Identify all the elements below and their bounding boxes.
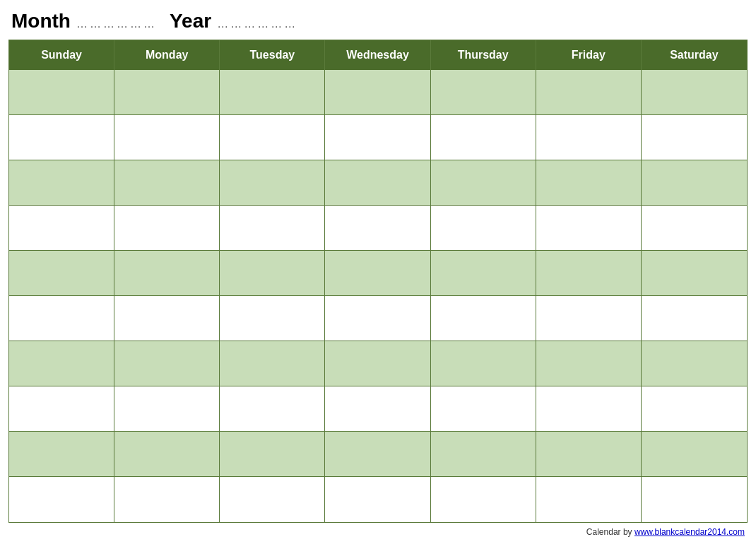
header-wednesday: Wednesday bbox=[325, 40, 430, 70]
footer-link[interactable]: www.blankcalendar2014.com bbox=[634, 527, 745, 537]
week4-saturday[interactable] bbox=[642, 206, 747, 251]
week4-thursday[interactable] bbox=[431, 206, 536, 251]
week9-sunday[interactable] bbox=[9, 432, 114, 477]
calendar-grid: Sunday Monday Tuesday Wednesday Thursday… bbox=[8, 40, 748, 523]
week8-wednesday[interactable] bbox=[325, 386, 430, 432]
month-dots: ……………… bbox=[76, 18, 157, 30]
week4-sunday[interactable] bbox=[9, 206, 114, 251]
week10-wednesday[interactable] bbox=[325, 477, 430, 522]
week10-tuesday[interactable] bbox=[220, 477, 325, 522]
week8-saturday[interactable] bbox=[642, 386, 747, 432]
week7-monday[interactable] bbox=[114, 341, 220, 386]
week7-wednesday[interactable] bbox=[325, 341, 430, 386]
week10-saturday[interactable] bbox=[642, 477, 747, 522]
week2-monday[interactable] bbox=[114, 115, 220, 160]
week-row-7 bbox=[9, 341, 747, 386]
week5-monday[interactable] bbox=[114, 251, 220, 296]
week2-tuesday[interactable] bbox=[220, 115, 325, 160]
week9-saturday[interactable] bbox=[642, 432, 747, 477]
week-row-10 bbox=[9, 477, 747, 522]
week1-monday[interactable] bbox=[114, 70, 220, 115]
week7-friday[interactable] bbox=[536, 341, 642, 386]
week6-thursday[interactable] bbox=[431, 296, 536, 341]
week-row-9 bbox=[9, 432, 747, 477]
week10-sunday[interactable] bbox=[9, 477, 114, 522]
week2-saturday[interactable] bbox=[642, 115, 747, 160]
header-saturday: Saturday bbox=[642, 40, 747, 70]
week-row-4 bbox=[9, 206, 747, 251]
week10-friday[interactable] bbox=[536, 477, 642, 522]
week1-saturday[interactable] bbox=[642, 70, 747, 115]
week7-thursday[interactable] bbox=[431, 341, 536, 386]
week6-wednesday[interactable] bbox=[325, 296, 430, 341]
week3-monday[interactable] bbox=[114, 160, 220, 206]
week8-sunday[interactable] bbox=[9, 386, 114, 432]
week8-tuesday[interactable] bbox=[220, 386, 325, 432]
week4-monday[interactable] bbox=[114, 206, 220, 251]
week4-tuesday[interactable] bbox=[220, 206, 325, 251]
week3-thursday[interactable] bbox=[431, 160, 536, 206]
week1-friday[interactable] bbox=[536, 70, 642, 115]
week6-monday[interactable] bbox=[114, 296, 220, 341]
week5-saturday[interactable] bbox=[642, 251, 747, 296]
week-row-8 bbox=[9, 386, 747, 432]
week-row-1 bbox=[9, 70, 747, 115]
week1-wednesday[interactable] bbox=[325, 70, 430, 115]
week9-thursday[interactable] bbox=[431, 432, 536, 477]
calendar-weeks bbox=[9, 70, 747, 522]
week1-sunday[interactable] bbox=[9, 70, 114, 115]
week9-friday[interactable] bbox=[536, 432, 642, 477]
week7-tuesday[interactable] bbox=[220, 341, 325, 386]
week-row-6 bbox=[9, 296, 747, 341]
week2-friday[interactable] bbox=[536, 115, 642, 160]
week5-tuesday[interactable] bbox=[220, 251, 325, 296]
week4-wednesday[interactable] bbox=[325, 206, 430, 251]
calendar-page: Month ……………… Year ……………… Sunday Monday T… bbox=[0, 0, 756, 544]
calendar-header: Month ……………… Year ……………… bbox=[8, 10, 748, 32]
week-row-2 bbox=[9, 115, 747, 160]
week3-friday[interactable] bbox=[536, 160, 642, 206]
week4-friday[interactable] bbox=[536, 206, 642, 251]
week2-thursday[interactable] bbox=[431, 115, 536, 160]
week6-tuesday[interactable] bbox=[220, 296, 325, 341]
week6-saturday[interactable] bbox=[642, 296, 747, 341]
day-headers-row: Sunday Monday Tuesday Wednesday Thursday… bbox=[9, 40, 747, 70]
week8-monday[interactable] bbox=[114, 386, 220, 432]
week9-monday[interactable] bbox=[114, 432, 220, 477]
week5-wednesday[interactable] bbox=[325, 251, 430, 296]
header-monday: Monday bbox=[114, 40, 220, 70]
footer-prefix: Calendar by bbox=[586, 527, 634, 537]
header-friday: Friday bbox=[536, 40, 642, 70]
week9-tuesday[interactable] bbox=[220, 432, 325, 477]
week6-sunday[interactable] bbox=[9, 296, 114, 341]
week7-saturday[interactable] bbox=[642, 341, 747, 386]
month-label: Month bbox=[11, 10, 71, 32]
year-dots: ……………… bbox=[217, 18, 297, 30]
week10-monday[interactable] bbox=[114, 477, 220, 522]
week8-friday[interactable] bbox=[536, 386, 642, 432]
week-row-5 bbox=[9, 251, 747, 296]
week7-sunday[interactable] bbox=[9, 341, 114, 386]
week1-tuesday[interactable] bbox=[220, 70, 325, 115]
week2-sunday[interactable] bbox=[9, 115, 114, 160]
week6-friday[interactable] bbox=[536, 296, 642, 341]
week5-sunday[interactable] bbox=[9, 251, 114, 296]
week3-saturday[interactable] bbox=[642, 160, 747, 206]
header-tuesday: Tuesday bbox=[220, 40, 325, 70]
week5-friday[interactable] bbox=[536, 251, 642, 296]
footer: Calendar by www.blankcalendar2014.com bbox=[8, 523, 748, 537]
week5-thursday[interactable] bbox=[431, 251, 536, 296]
week3-sunday[interactable] bbox=[9, 160, 114, 206]
week10-thursday[interactable] bbox=[431, 477, 536, 522]
week3-wednesday[interactable] bbox=[325, 160, 430, 206]
year-label: Year bbox=[170, 10, 211, 32]
week3-tuesday[interactable] bbox=[220, 160, 325, 206]
header-thursday: Thursday bbox=[431, 40, 536, 70]
week2-wednesday[interactable] bbox=[325, 115, 430, 160]
week9-wednesday[interactable] bbox=[325, 432, 430, 477]
week-row-3 bbox=[9, 160, 747, 206]
week8-thursday[interactable] bbox=[431, 386, 536, 432]
week1-thursday[interactable] bbox=[431, 70, 536, 115]
header-sunday: Sunday bbox=[9, 40, 114, 70]
